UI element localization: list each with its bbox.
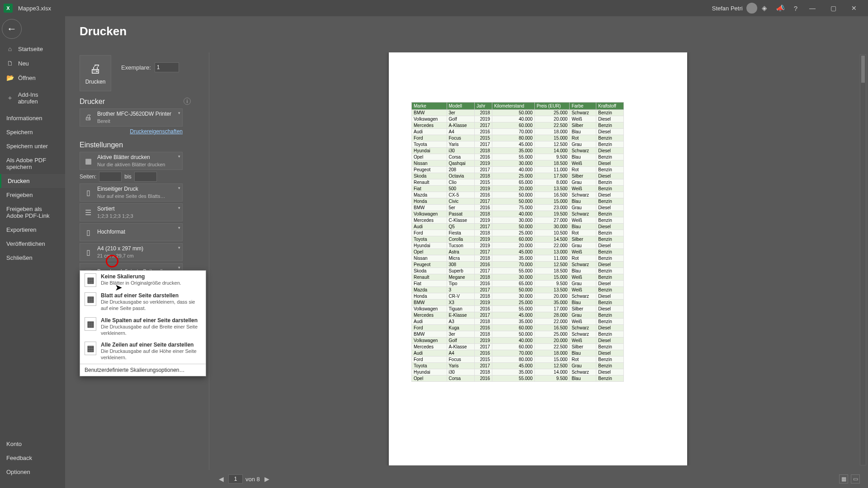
content-area: Drucken 🖨 Drucken Exemplare: Drucker i �	[65, 16, 868, 488]
sidebar-item-10[interactable]: Freigeben als Adobe PDF-Link	[0, 202, 65, 223]
preview-page: MarkeModellJahrKilometerstandPreis (EUR)…	[389, 52, 687, 465]
sidebar-item-4[interactable]: Informationen	[0, 111, 65, 125]
scaling-option-none[interactable]: ▦ Keine Skalierung Die Blätter in Origin…	[80, 271, 206, 290]
help-icon[interactable]: ?	[794, 5, 797, 12]
print-settings-column: 🖨 Drucken Exemplare: Drucker i 🖨 Brother…	[80, 55, 193, 470]
nav-label: Drucken	[8, 178, 29, 184]
print-button-label: Drucken	[85, 79, 106, 85]
collate-dropdown[interactable]: ☰ Sortiert 1;2;3 1;2;3 1;2;3 ▾	[80, 203, 183, 221]
show-margins-button[interactable]: ▦	[839, 474, 848, 483]
settings-heading: Einstellungen	[80, 141, 191, 149]
minimize-button[interactable]: —	[802, 0, 823, 16]
scaling-none-icon: ▦	[85, 273, 96, 287]
orientation-dropdown[interactable]: ▯ Hochformat ▾	[80, 223, 183, 241]
close-button[interactable]: ✕	[844, 0, 864, 16]
paper-size-dropdown[interactable]: ▯ A4 (210 x 297 mm) 21 cm x 29,7 cm ▾	[80, 243, 183, 261]
pages-from-input[interactable]	[99, 172, 122, 182]
sidebar-item-12[interactable]: Veröffentlichen	[0, 237, 65, 251]
sidebar-bottom-0[interactable]: Konto	[0, 437, 65, 451]
nav-label: Veröffentlichen	[6, 240, 45, 247]
sidebar-item-11[interactable]: Exportieren	[0, 223, 65, 237]
sidebar-item-5[interactable]: Speichern	[0, 125, 65, 139]
sidebar-bottom-1[interactable]: Feedback	[0, 451, 65, 465]
nav-label: Speichern unter	[6, 143, 48, 150]
nav-label: Freigeben als Adobe PDF-Link	[6, 206, 59, 219]
vertical-scrollbar[interactable]	[860, 54, 866, 465]
vertical-divider	[209, 52, 209, 470]
copies-input[interactable]	[155, 62, 179, 72]
page-navigator: ◀ von 8 ▶	[217, 474, 271, 483]
prev-page-button[interactable]: ◀	[217, 475, 226, 483]
sidebar-item-8[interactable]: Drucken	[0, 174, 65, 188]
nav-icon: ＋	[6, 94, 14, 102]
page-of-label: von 8	[245, 476, 260, 483]
printer-name: Brother MFC-J5620DW Printer	[97, 111, 179, 118]
pages-label: Seiten:	[80, 174, 96, 180]
nav-label: Exportieren	[6, 226, 36, 233]
collate-icon: ☰	[83, 207, 94, 218]
chevron-down-icon: ▾	[178, 111, 180, 115]
sidebar-item-13[interactable]: Schließen	[0, 251, 65, 265]
sidebar-item-0[interactable]: ⌂Startseite	[0, 42, 65, 56]
sheets-icon: ▦	[83, 155, 94, 166]
sidebar-item-7[interactable]: Als Adobe PDF speichern	[0, 153, 65, 174]
info-icon[interactable]: i	[184, 98, 191, 105]
page-number-input[interactable]	[228, 474, 243, 483]
scaling-fit-sheet-icon: ▦	[85, 292, 96, 306]
pages-to-label: bis	[124, 174, 131, 180]
copies-label: Exemplare:	[121, 64, 151, 71]
scaling-flyout: ▦ Keine Skalierung Die Blätter in Origin…	[80, 270, 206, 376]
sidebar-item-9[interactable]: Freigeben	[0, 188, 65, 202]
user-area[interactable]: Stefan Petri	[712, 3, 757, 14]
pages-row: Seiten: bis	[80, 172, 191, 182]
nav-label: Schließen	[6, 254, 33, 261]
sidebar-item-6[interactable]: Speichern unter	[0, 139, 65, 153]
scaling-fit-columns-icon: ▦	[85, 317, 96, 331]
printer-status: Bereit	[97, 118, 179, 124]
nav-label: Speichern	[6, 129, 33, 136]
scaling-option-fit-rows[interactable]: ▦ Alle Zeilen auf einer Seite darstellen…	[80, 339, 206, 364]
scaling-option-fit-sheet[interactable]: ▦ Blatt auf einer Seite darstellen Die D…	[80, 290, 206, 314]
printer-heading: Drucker i	[80, 98, 191, 106]
nav-label: Neu	[18, 60, 29, 67]
nav-label: Informationen	[6, 115, 42, 122]
page-title: Drucken	[65, 16, 868, 44]
sidebar-item-1[interactable]: 🗋Neu	[0, 56, 65, 70]
sidebar-bottom-2[interactable]: Optionen	[0, 465, 65, 479]
paper-icon: ▯	[83, 247, 94, 258]
nav-label: Öffnen	[18, 75, 36, 81]
page-icon: ▯	[83, 187, 94, 198]
diamond-icon[interactable]: ◈	[762, 4, 767, 12]
orientation-icon: ▯	[83, 227, 94, 238]
user-name: Stefan Petri	[712, 5, 743, 12]
nav-icon: ⌂	[6, 45, 14, 52]
pages-to-input[interactable]	[134, 172, 157, 182]
scaling-fit-rows-icon: ▦	[85, 342, 96, 355]
megaphone-icon[interactable]: 📣	[776, 4, 785, 12]
print-what-dropdown[interactable]: ▦ Aktive Blätter drucken Nur die aktiven…	[80, 152, 183, 170]
print-preview: MarkeModellJahrKilometerstandPreis (EUR)…	[217, 52, 859, 465]
sidebar-item-2[interactable]: 📂Öffnen	[0, 70, 65, 85]
nav-label: Add-Ins abrufen	[18, 91, 59, 105]
sidebar-item-3[interactable]: ＋Add-Ins abrufen	[0, 88, 65, 108]
nav-label: Als Adobe PDF speichern	[6, 157, 59, 170]
nav-icon: 🗋	[6, 60, 14, 67]
sides-dropdown[interactable]: ▯ Einseitiger Druck Nur auf eine Seite d…	[80, 183, 183, 202]
next-page-button[interactable]: ▶	[263, 475, 271, 483]
scaling-option-fit-columns[interactable]: ▦ Alle Spalten auf einer Seite darstelle…	[80, 314, 206, 339]
nav-icon: 📂	[6, 74, 14, 81]
scaling-custom-options[interactable]: Benutzerdefinierte Skalierungsoptionen…	[80, 364, 206, 376]
excel-icon: X	[4, 4, 13, 13]
preview-table: MarkeModellJahrKilometerstandPreis (EUR)…	[411, 102, 624, 382]
back-button[interactable]: ←	[2, 19, 22, 39]
print-button[interactable]: 🖨 Drucken	[80, 55, 111, 91]
printer-icon: 🖨	[90, 62, 101, 76]
printer-properties-link[interactable]: Druckereigenschaften	[80, 128, 183, 135]
avatar[interactable]	[746, 3, 757, 14]
zoom-to-page-button[interactable]: ▭	[851, 474, 860, 483]
backstage-sidebar: ← ⌂Startseite🗋Neu📂Öffnen＋Add-Ins abrufen…	[0, 16, 65, 488]
maximize-button[interactable]: ▢	[823, 0, 844, 16]
printer-status-icon: 🖨	[83, 112, 94, 123]
nav-label: Startseite	[18, 46, 43, 52]
printer-dropdown[interactable]: 🖨 Brother MFC-J5620DW Printer Bereit ▾	[80, 108, 183, 127]
